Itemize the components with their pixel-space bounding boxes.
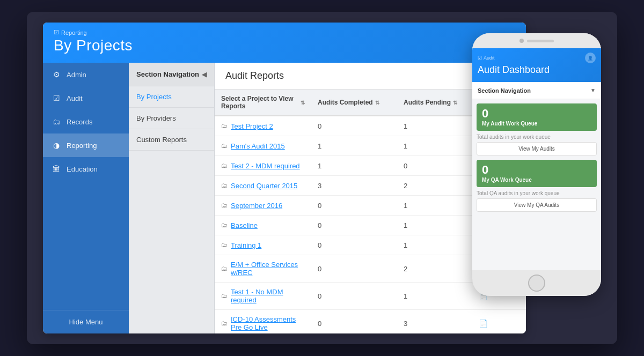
folder-icon: 🗂 xyxy=(221,241,228,249)
phone-speaker xyxy=(527,40,554,42)
completed-cell: 0 xyxy=(311,255,397,282)
reporting-icon: ◑ xyxy=(52,141,61,150)
sidebar-item-reporting[interactable]: ◑ Reporting xyxy=(43,134,129,157)
project-link[interactable]: September 2016 xyxy=(231,202,282,210)
section-nav-panel: Section Navigation ◀ By Projects By Prov… xyxy=(129,63,215,333)
folder-icon: 🗂 xyxy=(221,182,228,189)
project-name-cell[interactable]: 🗂 Training 1 xyxy=(215,235,311,255)
sidebar-item-records[interactable]: 🗂 Records xyxy=(43,110,129,134)
audit-icon: ☑ xyxy=(52,94,61,102)
sidebar: ⚙ Admin ☑ Audit 🗂 Records ◑ Reporting 🏛 xyxy=(43,63,129,333)
section-nav-item-by-projects[interactable]: By Projects xyxy=(129,86,214,108)
phone-camera xyxy=(519,39,524,43)
folder-icon: 🗂 xyxy=(221,292,228,300)
home-button[interactable] xyxy=(528,275,545,292)
sidebar-item-education[interactable]: 🏛 Education xyxy=(43,157,129,181)
app-body: ⚙ Admin ☑ Audit 🗂 Records ◑ Reporting 🏛 xyxy=(43,63,526,333)
completed-cell: 0 xyxy=(311,216,397,235)
project-link[interactable]: Baseline xyxy=(231,221,258,229)
folder-icon: 🗂 xyxy=(221,122,228,130)
work-queue-desc-1: Total audits in your work queue xyxy=(477,134,597,140)
hide-menu-button[interactable]: Hide Menu xyxy=(43,310,129,333)
section-nav-header: Section Navigation ◀ xyxy=(129,63,214,86)
completed-cell: 3 xyxy=(311,176,397,195)
phone-screen: ☑ Audit 👤 Audit Dashboard Section Naviga… xyxy=(472,48,601,270)
completed-cell: 0 xyxy=(311,310,397,333)
project-name-cell[interactable]: 🗂 September 2016 xyxy=(215,196,311,215)
pending-cell: 1 xyxy=(397,196,472,215)
folder-icon: 🗂 xyxy=(221,142,228,150)
pending-cell: 1 xyxy=(397,283,472,309)
phone-body: 0 My Audit Work Queue Total audits in yo… xyxy=(472,99,601,270)
work-queue-card-header-2: 0 My QA Work Queue xyxy=(477,160,597,187)
phone-section-nav[interactable]: Section Navigation ▼ xyxy=(472,82,601,99)
work-queue-label-2: My QA Work Queue xyxy=(482,177,591,183)
chevron-down-icon: ▼ xyxy=(590,87,596,93)
completed-cell: 1 xyxy=(311,156,397,175)
sidebar-item-audit[interactable]: ☑ Audit xyxy=(43,86,129,110)
completed-cell: 0 xyxy=(311,235,397,255)
work-queue-desc-2: Total QA audits in your work queue xyxy=(477,190,597,196)
screen-wrapper: ☑ Reporting By Projects ⚙ Admin ☑ Audit … xyxy=(27,12,617,344)
phone-header: ☑ Audit 👤 Audit Dashboard xyxy=(472,48,601,82)
project-name-cell[interactable]: 🗂 ICD-10 Assessments Pre Go Live xyxy=(215,310,311,333)
view-my-qa-audits-button[interactable]: View My QA Audits xyxy=(477,198,597,212)
section-nav-item-by-providers[interactable]: By Providers xyxy=(129,108,214,129)
pending-cell: 3 xyxy=(397,310,472,333)
view-my-audits-button[interactable]: View My Audits xyxy=(477,142,597,155)
phone-overlay: ☑ Audit 👤 Audit Dashboard Section Naviga… xyxy=(472,33,601,301)
project-name-cell[interactable]: 🗂 Second Quarter 2015 xyxy=(215,176,311,195)
pending-cell: 1 xyxy=(397,116,472,136)
folder-icon: 🗂 xyxy=(221,221,228,229)
project-link[interactable]: Test 2 - MDM required xyxy=(231,162,300,170)
content-title: Audit Reports xyxy=(225,70,515,81)
project-name-cell[interactable]: 🗂 Pam's Audit 2015 xyxy=(215,136,311,155)
project-link[interactable]: Test Project 2 xyxy=(231,122,273,130)
pending-cell: 1 xyxy=(397,216,472,235)
education-icon: 🏛 xyxy=(52,165,61,173)
project-link[interactable]: E/M + Office Services w/REC xyxy=(231,261,305,277)
col-header-completed: Audits Completed ⇅ xyxy=(311,90,397,115)
project-link[interactable]: ICD-10 Assessments Pre Go Live xyxy=(231,315,305,331)
work-queue-label-1: My Audit Work Queue xyxy=(482,121,591,127)
project-link[interactable]: Second Quarter 2015 xyxy=(231,182,297,190)
project-link[interactable]: Test 1 - No MDM required xyxy=(231,288,305,304)
subtitle-icon: ☑ xyxy=(54,29,59,36)
project-link[interactable]: Training 1 xyxy=(231,241,261,249)
project-name-cell[interactable]: 🗂 Test 2 - MDM required xyxy=(215,156,311,175)
pending-cell: 1 xyxy=(397,235,472,255)
phone-app-title: Audit Dashboard xyxy=(478,64,596,76)
work-queue-number-2: 0 xyxy=(482,164,591,176)
work-queue-card-header-1: 0 My Audit Work Queue xyxy=(477,103,597,131)
section-nav-collapse-icon[interactable]: ◀ xyxy=(202,71,207,78)
data-cell: 📄 xyxy=(472,310,526,333)
section-nav-item-custom-reports[interactable]: Custom Reports xyxy=(129,129,214,151)
sidebar-item-admin[interactable]: ⚙ Admin xyxy=(43,63,129,86)
project-name-cell[interactable]: 🗂 Baseline xyxy=(215,216,311,235)
completed-cell: 0 xyxy=(311,196,397,215)
folder-icon: 🗂 xyxy=(221,202,228,209)
folder-icon: 🗂 xyxy=(221,162,228,169)
project-link[interactable]: Pam's Audit 2015 xyxy=(231,142,285,150)
project-name-cell[interactable]: 🗂 Test Project 2 xyxy=(215,116,311,136)
phone-section-nav-label: Section Navigation xyxy=(478,87,531,94)
desktop-app: ☑ Reporting By Projects ⚙ Admin ☑ Audit … xyxy=(43,23,526,333)
work-queue-number-1: 0 xyxy=(482,108,591,120)
pending-cell: 2 xyxy=(397,176,472,195)
pending-cell: 2 xyxy=(397,255,472,282)
pending-cell: 0 xyxy=(397,156,472,175)
col-header-project: Select a Project to View Reports ⇅ xyxy=(215,90,311,115)
folder-icon: 🗂 xyxy=(221,265,228,272)
project-name-cell[interactable]: 🗂 Test 1 - No MDM required xyxy=(215,283,311,309)
phone-top-bar xyxy=(472,33,601,48)
phone-subtitle-row: ☑ Audit 👤 xyxy=(478,53,596,63)
sort-icon: ⇅ xyxy=(453,100,457,106)
records-icon: 🗂 xyxy=(52,117,61,126)
project-name-cell[interactable]: 🗂 E/M + Office Services w/REC xyxy=(215,255,311,282)
phone-bottom-bar xyxy=(472,270,601,296)
phone: ☑ Audit 👤 Audit Dashboard Section Naviga… xyxy=(472,33,601,296)
completed-cell: 1 xyxy=(311,136,397,155)
phone-avatar[interactable]: 👤 xyxy=(585,53,596,63)
document-icon: 📄 xyxy=(479,319,488,328)
table-row[interactable]: 🗂 ICD-10 Assessments Pre Go Live 0 3 📄 xyxy=(215,310,526,333)
